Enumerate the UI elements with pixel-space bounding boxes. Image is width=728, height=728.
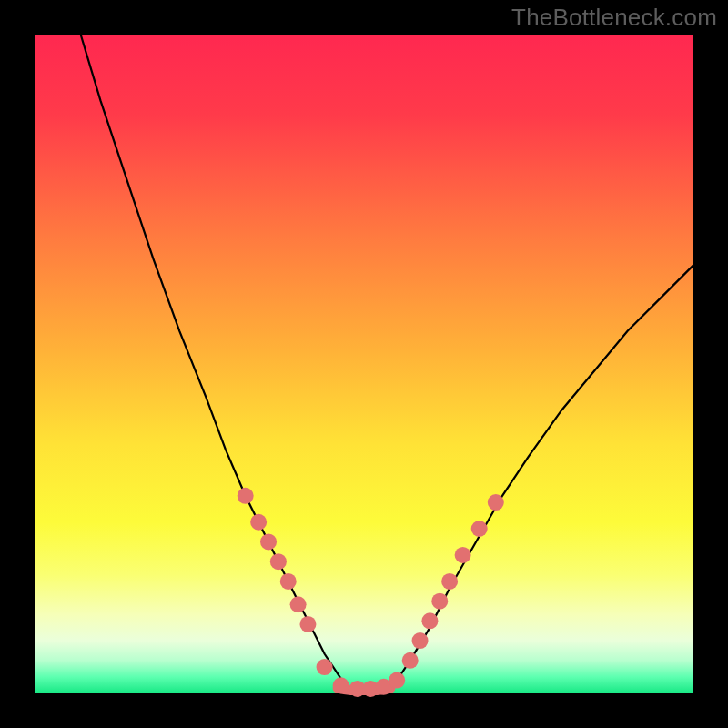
bottleneck-chart: TheBottleneck.com [0,0,728,728]
curve-layer [35,35,693,693]
data-marker [389,672,405,689]
data-marker [402,652,419,669]
data-marker [317,659,333,675]
data-marker [333,677,349,693]
data-marker [280,573,297,590]
data-marker [431,593,448,610]
data-marker [260,533,277,550]
watermark-text: TheBottleneck.com [511,4,717,32]
data-marker [270,553,287,570]
data-marker [441,573,458,590]
data-marker [412,632,429,649]
marker-group-left [238,488,317,632]
data-marker [250,514,267,531]
v-curve-left [81,35,351,688]
data-marker [238,488,254,504]
data-marker [290,596,307,612]
plot-area [35,35,693,693]
data-marker [455,547,471,563]
data-marker [488,494,504,511]
data-marker [299,616,316,632]
data-marker [471,521,488,537]
data-marker [421,612,438,629]
